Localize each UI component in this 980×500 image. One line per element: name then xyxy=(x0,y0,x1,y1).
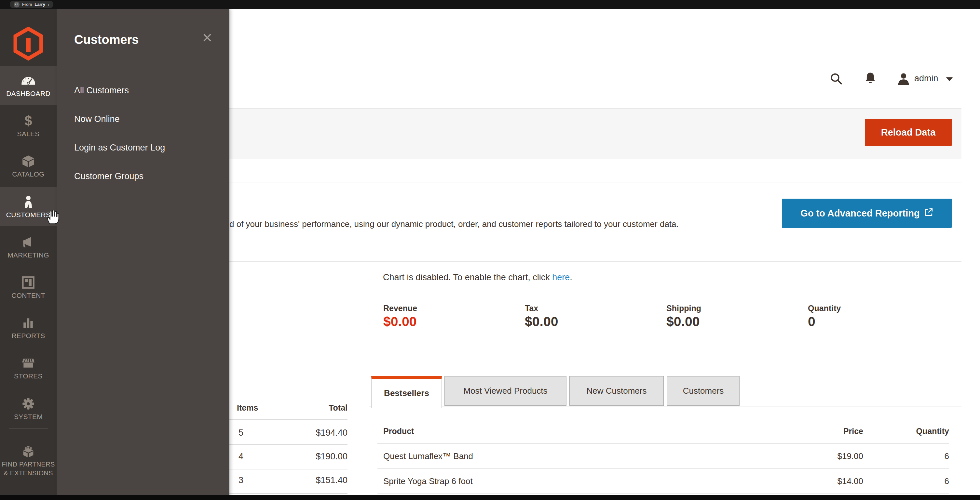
dashboard-gauge-icon xyxy=(0,73,57,89)
divider xyxy=(229,419,347,420)
tab-customers[interactable]: Customers xyxy=(667,376,740,406)
pill-name-text: Larry xyxy=(35,2,45,7)
orders-row-items: 5 xyxy=(239,428,243,438)
sidebar-item-content[interactable]: CONTENT xyxy=(0,268,57,307)
revenue-value: $0.00 xyxy=(383,314,417,329)
flyout-title: Customers xyxy=(74,33,139,47)
bestsellers-row-price: $19.00 xyxy=(798,451,863,461)
orders-row-total: $194.40 xyxy=(293,428,347,438)
bestsellers-col-quantity: Quantity xyxy=(878,427,949,436)
chart-notice-suffix: . xyxy=(570,272,572,282)
orders-col-total: Total xyxy=(293,403,347,413)
orders-row-total: $190.00 xyxy=(293,452,347,462)
menu-item-customer-groups[interactable]: Customer Groups xyxy=(74,171,143,181)
go-to-advanced-reporting-button[interactable]: Go to Advanced Reporting xyxy=(782,198,952,228)
overlay-top-bar: LJ From Larry › xyxy=(0,0,980,9)
sidebar-item-marketing[interactable]: MARKETING xyxy=(0,227,57,267)
quantity-value: 0 xyxy=(808,314,815,329)
pill-from-text: From xyxy=(22,2,32,7)
from-larry-pill[interactable]: LJ From Larry › xyxy=(10,1,53,8)
bestsellers-row-product: Quest Lumaflex™ Band xyxy=(383,451,473,461)
sidebar-item-label: CONTENT xyxy=(0,292,57,299)
enable-chart-link[interactable]: here xyxy=(552,272,570,282)
orders-row-items: 3 xyxy=(239,475,243,486)
catalog-box-icon xyxy=(0,154,57,169)
sidebar-item-system[interactable]: SYSTEM xyxy=(0,389,57,428)
shipping-value: $0.00 xyxy=(667,314,700,329)
sidebar-item-label: CATALOG xyxy=(0,170,57,178)
sidebar-item-catalog[interactable]: CATALOG xyxy=(0,146,57,186)
magento-admin-dashboard: admin Reload Data d of your business' pe… xyxy=(0,0,980,500)
admin-sidebar: DASHBOARD $ SALES CATALOG CUSTOMERS MARK… xyxy=(0,9,57,500)
orders-row-total: $151.40 xyxy=(293,475,347,486)
sidebar-item-label: SYSTEM xyxy=(0,413,57,421)
sidebar-divider xyxy=(9,429,48,429)
menu-item-login-as-customer-log[interactable]: Login as Customer Log xyxy=(74,143,165,153)
divider xyxy=(229,469,347,470)
sidebar-item-stores[interactable]: STORES xyxy=(0,348,57,387)
notifications-bell-icon[interactable] xyxy=(864,71,877,86)
sidebar-item-label: REPORTS xyxy=(0,332,57,340)
chart-disabled-notice: Chart is disabled. To enable the chart, … xyxy=(383,272,572,283)
system-gear-icon xyxy=(0,396,57,411)
admin-user-icon[interactable] xyxy=(897,72,910,87)
sidebar-item-reports[interactable]: REPORTS xyxy=(0,308,57,347)
sidebar-item-label: DASHBOARD xyxy=(0,90,57,98)
menu-item-now-online[interactable]: Now Online xyxy=(74,114,120,124)
customers-person-icon xyxy=(0,194,57,210)
tax-value: $0.00 xyxy=(525,314,558,329)
quantity-label: Quantity xyxy=(808,304,841,313)
close-x-icon[interactable]: × xyxy=(202,29,212,46)
partners-brick-icon xyxy=(0,444,57,459)
bestsellers-row-quantity: 6 xyxy=(878,476,949,486)
sidebar-item-customers[interactable]: CUSTOMERS xyxy=(0,187,57,226)
menu-item-all-customers[interactable]: All Customers xyxy=(74,86,129,95)
bestsellers-row-product: Sprite Yoga Strap 6 foot xyxy=(383,476,473,486)
customers-flyout-menu: Customers × All Customers Now Online Log… xyxy=(57,9,229,500)
external-link-icon xyxy=(924,208,933,219)
sidebar-item-label: MARKETING xyxy=(0,251,57,259)
sidebar-item-dashboard[interactable]: DASHBOARD xyxy=(0,66,57,105)
admin-account-menu[interactable]: admin xyxy=(914,73,939,84)
sidebar-item-sales[interactable]: $ SALES xyxy=(0,106,57,145)
chart-notice-text: Chart is disabled. To enable the chart, … xyxy=(383,272,552,282)
content-layout-icon xyxy=(0,275,57,290)
tabs-underline xyxy=(369,406,961,406)
caret-down-icon[interactable] xyxy=(946,77,953,81)
sidebar-item-label: FIND PARTNERS xyxy=(0,460,57,469)
marketing-megaphone-icon xyxy=(0,234,57,250)
reload-data-button[interactable]: Reload Data xyxy=(865,119,952,146)
bestsellers-row-price: $14.00 xyxy=(798,476,863,486)
orders-row-items: 4 xyxy=(239,452,243,462)
revenue-label: Revenue xyxy=(383,304,417,313)
divider xyxy=(229,444,347,445)
search-icon[interactable] xyxy=(830,72,843,86)
divider xyxy=(377,443,949,444)
tab-bestsellers[interactable]: Bestsellers xyxy=(371,376,442,408)
user-avatar-circle: LJ xyxy=(14,2,19,8)
sidebar-item-label: STORES xyxy=(0,372,57,380)
stores-storefront-icon xyxy=(0,356,57,371)
tax-label: Tax xyxy=(525,304,538,313)
go-to-advanced-reporting-label: Go to Advanced Reporting xyxy=(800,208,920,219)
advanced-reporting-description: d of your business' performance, using o… xyxy=(229,219,679,229)
bestsellers-col-product: Product xyxy=(383,427,414,436)
sidebar-item-label: & EXTENSIONS xyxy=(0,469,57,478)
orders-col-items: Items xyxy=(237,403,258,413)
window-bottom-edge xyxy=(0,495,980,500)
sidebar-item-label: CUSTOMERS xyxy=(0,211,57,219)
shipping-label: Shipping xyxy=(667,304,701,313)
sidebar-item-label: SALES xyxy=(0,130,57,138)
divider xyxy=(377,493,949,494)
tab-new-customers[interactable]: New Customers xyxy=(570,376,664,406)
divider xyxy=(229,493,347,494)
reports-bars-icon xyxy=(0,315,57,331)
tab-most-viewed-products[interactable]: Most Viewed Products xyxy=(444,376,566,406)
sales-dollar-icon: $ xyxy=(0,113,57,129)
bestsellers-row-quantity: 6 xyxy=(878,451,949,461)
magento-logo[interactable] xyxy=(13,27,43,61)
sidebar-item-find-partners[interactable]: FIND PARTNERS & EXTENSIONS xyxy=(0,437,57,478)
divider xyxy=(377,468,949,469)
chevron-right-icon: › xyxy=(48,2,49,7)
bestsellers-col-price: Price xyxy=(798,427,863,436)
